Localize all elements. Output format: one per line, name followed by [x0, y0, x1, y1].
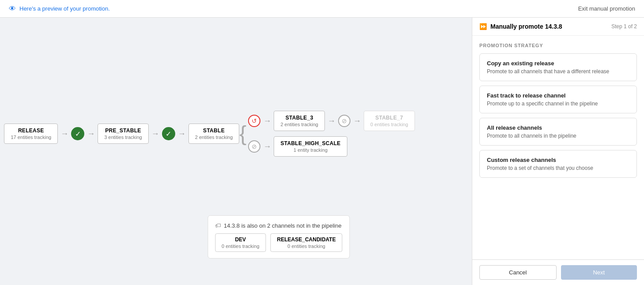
check-icon-2: ✓ — [162, 127, 175, 140]
info-box-channels: DEV 0 entities tracking RELEASE_CANDIDAT… — [215, 233, 343, 252]
stable7-name: STABLE_7 — [375, 115, 403, 121]
branch-row-highscale: ⊘ → STABLE_HIGH_SCALE 1 entity tracking — [248, 136, 414, 157]
strategy-card-copy[interactable]: Copy an existing release Promote to all … — [479, 53, 637, 81]
branch-row-stable3: ↺ → STABLE_3 2 entities tracking → ⊘ → S… — [248, 111, 414, 131]
prestable-count: 3 entities tracking — [104, 135, 142, 140]
info-box: 🏷 14.3.8 is also on 2 channels not in th… — [207, 215, 350, 259]
arrow-3: → — [149, 129, 162, 139]
fast-forward-icon: ⏩ — [479, 23, 487, 30]
highscale-name: STABLE_HIGH_SCALE — [280, 140, 340, 146]
rc-name: RELEASE_CANDIDATE — [277, 236, 336, 243]
right-panel-header: ⏩ Manually promote 14.3.8 Step 1 of 2 — [472, 18, 644, 36]
block-icon-highscale: ⊘ — [248, 140, 260, 153]
next-button[interactable]: Next — [561, 265, 637, 280]
stable7-count: 0 entities tracking — [370, 122, 408, 127]
exit-button[interactable]: Exit manual promotion — [578, 5, 635, 12]
mini-channel-dev: DEV 0 entities tracking — [215, 233, 266, 252]
channel-node-highscale: STABLE_HIGH_SCALE 1 entity tracking — [274, 136, 347, 157]
arrow-2: → — [84, 129, 98, 139]
strategy-custom-title: Custom release channels — [487, 157, 629, 163]
redo-icon: ↺ — [248, 115, 260, 127]
strategy-all-title: All release channels — [487, 124, 629, 131]
tag-icon: 🏷 — [215, 222, 221, 229]
arrow-b3: → — [350, 116, 364, 126]
pipeline-panel: RELEASE 17 entities tracking → ✓ → PRE_S… — [0, 18, 472, 285]
strategy-all-desc: Promote to all channels in the pipeline — [487, 133, 629, 139]
channel-node-stable3: STABLE_3 2 entities tracking — [274, 111, 325, 131]
strategy-card-all[interactable]: All release channels Promote to all chan… — [479, 118, 637, 146]
stable-name: STABLE — [203, 128, 225, 134]
right-panel-footer: Cancel Next — [472, 259, 644, 285]
release-count: 17 entities tracking — [11, 135, 51, 140]
arrow-b1: → — [260, 116, 274, 126]
right-panel: ⏩ Manually promote 14.3.8 Step 1 of 2 PR… — [472, 18, 644, 285]
brace-icon: { — [239, 123, 246, 144]
strategy-copy-desc: Promote to all channels that have a diff… — [487, 68, 629, 75]
channel-node-stable7: STABLE_7 0 entities tracking — [364, 111, 415, 131]
stable-count: 2 entities tracking — [195, 135, 233, 140]
step-label: Step 1 of 2 — [611, 23, 637, 30]
section-label: PROMOTION STRATEGY — [479, 43, 637, 48]
branch-section: { ↺ → STABLE_3 2 entities tracking → ⊘ → — [239, 111, 414, 157]
arrow-1: → — [58, 129, 71, 139]
branch-container: ↺ → STABLE_3 2 entities tracking → ⊘ → S… — [248, 111, 414, 157]
channel-node-release: RELEASE 17 entities tracking — [4, 124, 58, 144]
main-layout: RELEASE 17 entities tracking → ✓ → PRE_S… — [0, 18, 644, 285]
prestable-name: PRE_STABLE — [105, 128, 141, 134]
preview-notice: 👁 Here's a preview of your promotion. — [9, 5, 110, 13]
stable3-name: STABLE_3 — [286, 115, 313, 121]
dev-name: DEV — [235, 236, 246, 243]
dev-count: 0 entities tracking — [222, 244, 260, 249]
mini-channel-rc: RELEASE_CANDIDATE 0 entities tracking — [271, 233, 343, 252]
strategy-card-fasttrack[interactable]: Fast track to release channel Promote up… — [479, 86, 637, 113]
rc-count: 0 entities tracking — [287, 244, 325, 249]
arrow-b4: → — [260, 142, 274, 151]
channel-node-stable: STABLE 2 entities tracking — [188, 124, 240, 144]
check-icon-1: ✓ — [71, 127, 84, 140]
pipeline-diagram: RELEASE 17 entities tracking → ✓ → PRE_S… — [4, 111, 414, 157]
highscale-count: 1 entity tracking — [294, 147, 328, 153]
release-name: RELEASE — [18, 128, 44, 134]
top-bar: 👁 Here's a preview of your promotion. Ex… — [0, 0, 644, 18]
right-panel-title: ⏩ Manually promote 14.3.8 — [479, 23, 562, 30]
stable3-count: 2 entities tracking — [280, 122, 318, 127]
strategy-custom-desc: Promote to a set of channels that you ch… — [487, 165, 629, 171]
info-box-text: 14.3.8 is also on 2 channels not in the … — [224, 222, 342, 229]
channel-node-prestable: PRE_STABLE 3 entities tracking — [98, 124, 149, 144]
strategy-card-custom[interactable]: Custom release channels Promote to a set… — [479, 150, 637, 178]
block-icon-stable3: ⊘ — [338, 115, 350, 127]
right-panel-body: PROMOTION STRATEGY Copy an existing rele… — [472, 36, 644, 259]
cancel-button[interactable]: Cancel — [479, 265, 557, 280]
strategy-fasttrack-title: Fast track to release channel — [487, 92, 629, 99]
preview-text: Here's a preview of your promotion. — [19, 5, 110, 12]
panel-title-text: Manually promote 14.3.8 — [490, 23, 562, 30]
eye-icon: 👁 — [9, 5, 16, 13]
arrow-4: → — [175, 129, 188, 139]
strategy-fasttrack-desc: Promote up to a specific channel in the … — [487, 101, 629, 107]
arrow-b2: → — [325, 116, 338, 126]
strategy-copy-title: Copy an existing release — [487, 60, 629, 67]
info-box-header: 🏷 14.3.8 is also on 2 channels not in th… — [215, 222, 343, 229]
